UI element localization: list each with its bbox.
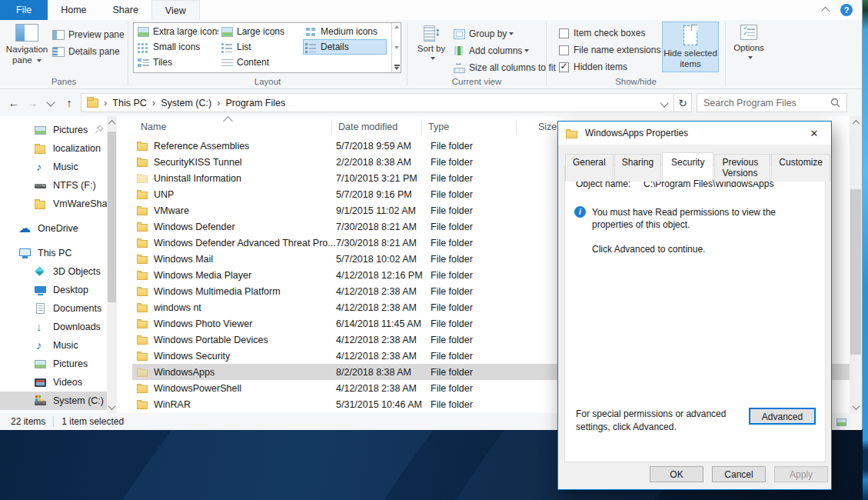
breadcrumb-segment[interactable]: Program Files (225, 98, 285, 108)
permissions-info-text: You must have Read permissions to view t… (592, 206, 816, 231)
layout-option[interactable]: Medium icons (303, 24, 387, 39)
show-hide-group-label: Show/hide (547, 77, 725, 86)
gallery-scroll-up-icon[interactable] (394, 25, 399, 28)
preview-pane-button[interactable]: Preview pane (52, 26, 125, 43)
sidebar-item[interactable]: 3D Objects (0, 262, 107, 281)
security-tab-page: Object name: C:\Program Files\WindowsApp… (564, 165, 826, 462)
gallery-scroll-down-icon[interactable] (394, 46, 399, 49)
sidebar-item[interactable]: Downloads (0, 318, 107, 336)
dialog-tab[interactable]: General (565, 154, 614, 182)
advanced-button[interactable]: Advanced (749, 408, 816, 425)
preview-pane-icon (52, 30, 65, 40)
sidebar-item[interactable]: Music (0, 158, 107, 176)
scrollbar-thumb[interactable] (108, 132, 116, 302)
ribbon-group-show-hide: Item check boxes File name extensions Hi… (547, 20, 725, 88)
hide-selected-items-button[interactable]: Hide selected items (662, 22, 719, 72)
close-icon[interactable]: ✕ (802, 123, 826, 143)
ribbon-tab[interactable]: File (0, 0, 48, 20)
scroll-down-icon[interactable] (107, 401, 117, 413)
sort-by-label: Sort by (417, 44, 445, 53)
address-dropdown-icon[interactable] (660, 98, 668, 107)
navigation-pane-button[interactable]: Navigation pane (4, 22, 50, 73)
sidebar-item[interactable]: Documents (0, 299, 107, 318)
sidebar-item[interactable]: VmWareShare (0, 195, 107, 213)
column-header-type[interactable]: Type (422, 120, 517, 134)
scroll-up-icon[interactable] (107, 116, 117, 128)
layout-option[interactable]: Details (303, 39, 387, 55)
breadcrumb-segment[interactable]: System (C:) (161, 98, 211, 108)
address-input[interactable]: ›This PC ›System (C:) ›Program Files (81, 93, 674, 112)
scroll-down-icon[interactable] (850, 401, 862, 413)
gallery-scroll[interactable] (391, 23, 401, 72)
sidebar-item[interactable]: localization (0, 139, 107, 158)
folder-icon (137, 172, 149, 184)
click-advanced-text: Click Advanced to continue. (592, 244, 825, 255)
dialog-tab[interactable]: Sharing (614, 154, 661, 182)
scroll-up-icon[interactable] (850, 116, 862, 128)
sidebar-item[interactable]: Videos (0, 373, 107, 392)
help-icon[interactable]: ? (840, 4, 853, 16)
search-input[interactable] (697, 98, 830, 108)
layout-option[interactable]: Tiles (135, 55, 219, 70)
thumbnail-view-toggle[interactable] (834, 415, 848, 428)
sidebar-scrollbar[interactable] (107, 116, 117, 413)
forward-button[interactable]: → (24, 94, 41, 111)
sidebar-item[interactable]: Pictures (0, 121, 107, 139)
cancel-button[interactable]: Cancel (712, 466, 766, 482)
current-view-label: Group by (469, 28, 507, 39)
options-button[interactable]: Options (730, 23, 767, 72)
layout-option[interactable]: Small icons (135, 39, 219, 55)
layout-option[interactable]: Large icons (219, 24, 303, 39)
file-name: Windows Photo Viewer (154, 318, 336, 329)
ribbon-tab[interactable]: Share (100, 0, 151, 20)
dialog-tab[interactable]: Security (662, 152, 713, 180)
show-hide-checkbox[interactable]: Item check boxes (559, 25, 660, 42)
checkbox-icon[interactable] (559, 28, 569, 38)
gallery-more-icon[interactable] (394, 67, 399, 70)
minimize-ribbon-icon[interactable] (821, 7, 830, 15)
scrollbar-thumb[interactable] (850, 189, 861, 355)
show-hide-checkbox[interactable]: Hidden items (559, 58, 660, 75)
dialog-tab[interactable]: Previous Versions (714, 154, 770, 182)
details-pane-button[interactable]: Details pane (52, 43, 125, 60)
sidebar-item[interactable]: NTFS (F:) (0, 176, 107, 195)
checkbox-label: File name extensions (574, 45, 660, 55)
recent-locations-button[interactable] (42, 94, 59, 111)
ribbon-tab[interactable]: Home (48, 0, 99, 20)
breadcrumb-separator-icon: › (152, 97, 155, 108)
show-hide-checkbox[interactable]: File name extensions (559, 42, 660, 58)
sidebar-item[interactable]: Music (0, 336, 107, 355)
layout-option[interactable]: Extra large icons (135, 24, 219, 39)
folder-icon (137, 269, 149, 281)
search-box[interactable] (697, 93, 847, 112)
current-view-button[interactable]: Group by (454, 25, 556, 42)
sort-by-button[interactable]: Sort by (415, 23, 447, 72)
back-button[interactable]: ← (5, 94, 22, 111)
file-date-modified: 5/7/2018 9:16 PM (336, 189, 431, 200)
sidebar-item[interactable]: Pictures (0, 355, 107, 373)
checkbox-icon[interactable] (559, 45, 569, 55)
sidebar-item[interactable]: OneDrive (0, 219, 107, 238)
up-button[interactable]: ↑ (61, 94, 78, 111)
breadcrumb-separator-icon: › (104, 97, 107, 108)
column-header-date-modified[interactable]: Date modified (332, 120, 422, 134)
layout-option[interactable]: List (219, 39, 303, 55)
ribbon-tab[interactable]: View (151, 0, 200, 20)
search-icon[interactable] (830, 98, 840, 108)
file-type: File folder (431, 351, 523, 362)
breadcrumb-segment[interactable]: This PC (112, 98, 146, 108)
sidebar-item[interactable]: This PC (0, 244, 107, 262)
layout-option-icon (221, 27, 233, 37)
layout-option[interactable]: Content (219, 55, 303, 70)
sidebar-item-label: System (C:) (53, 395, 104, 406)
file-list-scrollbar[interactable] (850, 116, 862, 413)
current-view-button[interactable]: Add columns (454, 42, 556, 59)
dialog-tab[interactable]: Customize (771, 154, 830, 182)
sidebar-item[interactable]: System (C:) (0, 392, 107, 410)
sidebar-item[interactable]: Desktop (0, 281, 107, 299)
file-type: File folder (431, 141, 523, 152)
current-view-button[interactable]: Size all columns to fit (454, 59, 556, 76)
refresh-button[interactable]: ↻ (674, 93, 692, 112)
checkbox-icon[interactable] (559, 62, 569, 72)
ok-button[interactable]: OK (650, 466, 703, 482)
